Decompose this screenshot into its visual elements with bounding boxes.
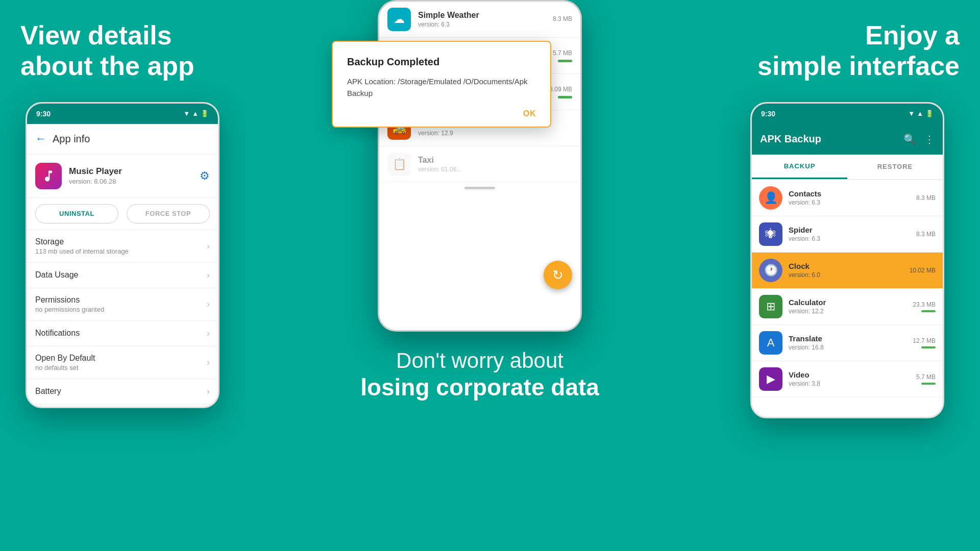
translate-size: 12.7 MB [913, 337, 936, 344]
weather-version: version: 6.3 [418, 21, 546, 28]
right-toolbar: APK Backup 🔍 ⋮ [752, 124, 943, 155]
refresh-fab[interactable]: ↻ [544, 261, 572, 289]
weather-info: Simple Weather version: 6.3 [418, 11, 546, 28]
right-app-item-spider[interactable]: 🕷 Spider version: 6.3 8.3 MB [752, 216, 943, 253]
video-size-col: 5.7 MB [916, 373, 936, 385]
left-heading-line2: about the app [20, 51, 194, 81]
dialog-ok-area: OK [347, 109, 536, 118]
right-status-time: 9:30 [761, 110, 775, 118]
extra-info: Taxi version: 01.06... [418, 156, 572, 173]
translate-version: version: 16.8 [789, 344, 906, 351]
contacts-version: version: 6.3 [789, 199, 910, 206]
video-version: version: 3.8 [789, 380, 910, 387]
right-phone-mockup: 9:30 ▼ ▲ 🔋 APK Backup 🔍 ⋮ BACKUP RESTORE… [750, 102, 944, 418]
center-bottom-text: Don't worry about losing corporate data [350, 348, 609, 402]
right-app-item-contacts[interactable]: 👤 Contacts version: 6.3 8.3 MB [752, 180, 943, 216]
left-heading-line1: View details [20, 20, 172, 50]
force-stop-button[interactable]: FORCE STOP [127, 204, 210, 223]
left-phone-mockup: 9:30 ▼ ▲ 🔋 ← App info Music Player versi… [26, 102, 219, 408]
left-status-bar: 9:30 ▼ ▲ 🔋 [27, 104, 218, 124]
right-toolbar-icons: 🔍 ⋮ [903, 133, 935, 145]
spider-size: 8.3 MB [916, 231, 936, 238]
spider-name: Spider [789, 226, 910, 234]
scroll-indicator [464, 187, 495, 189]
weather-size: 8.3 MB [553, 15, 572, 22]
settings-permissions-subtitle: no permissions granted [35, 306, 207, 313]
right-app-item-video[interactable]: ▶ Video version: 3.8 5.7 MB [752, 361, 943, 397]
contacts-size: 8.3 MB [916, 194, 936, 202]
translate-icon: A [759, 331, 782, 355]
right-section: Enjoy a simple interface 9:30 ▼ ▲ 🔋 APK … [715, 0, 980, 551]
tab-backup[interactable]: BACKUP [752, 155, 847, 179]
simple-weather-icon: ☁ [387, 8, 411, 31]
settings-item-openbydefault[interactable]: Open By Default no defaults set › [27, 346, 218, 379]
contacts-info: Contacts version: 6.3 [789, 189, 910, 206]
clock-icon: 🕐 [759, 259, 782, 282]
settings-item-storage[interactable]: Storage 113 mb used of internal storage … [27, 230, 218, 263]
search-icon[interactable]: 🔍 [903, 133, 916, 145]
chevron-right-icon: › [207, 241, 210, 252]
right-heading-line1: Enjoy a [865, 20, 960, 50]
right-wifi-icon: ▼ [908, 110, 915, 117]
back-icon[interactable]: ← [35, 132, 46, 145]
app-info-text: Music Player version: 8.06.28 [69, 166, 192, 185]
calculator-size-col: 23.3 MB [913, 301, 936, 312]
spider-icon: 🕷 [759, 222, 782, 246]
translate-size-col: 12.7 MB [913, 337, 936, 348]
calculator-size: 23.3 MB [913, 301, 936, 308]
app-name: Music Player [69, 166, 192, 177]
toolbar-title: App info [53, 133, 90, 145]
left-status-time: 9:30 [36, 110, 51, 118]
center-app-item-weather[interactable]: ☁ Simple Weather version: 6.3 8.3 MB [379, 2, 580, 38]
tabs-bar: BACKUP RESTORE [752, 155, 943, 180]
uninstall-button[interactable]: UNINSTAL [35, 204, 118, 223]
chevron-right-icon-2: › [207, 270, 210, 281]
right-status-icons: ▼ ▲ 🔋 [908, 110, 934, 117]
tab-restore[interactable]: RESTORE [847, 155, 943, 179]
spider-info: Spider version: 6.3 [789, 226, 910, 242]
mail-right: 8.09 MB [549, 86, 572, 98]
settings-item-datausage[interactable]: Data Usage › [27, 263, 218, 288]
calculator-info: Calculator version: 12.2 [789, 298, 906, 315]
bottom-line2: losing corporate data [360, 373, 599, 402]
calculator-name: Calculator [789, 298, 906, 307]
weather-name: Simple Weather [418, 11, 546, 20]
extra-name: Taxi [418, 156, 572, 165]
video-name: Video [789, 370, 910, 379]
right-heading: Enjoy a simple interface [715, 20, 980, 82]
settings-item-battery[interactable]: Battery › [27, 379, 218, 405]
center-app-item-extra[interactable]: 📋 Taxi version: 01.06... [379, 146, 580, 183]
settings-item-notifications[interactable]: Notifications › [27, 321, 218, 346]
contacts-icon: 👤 [759, 186, 782, 210]
chevron-right-icon-3: › [207, 299, 210, 310]
clock-size: 10.02 MB [910, 267, 936, 274]
mail-size: 8.09 MB [549, 86, 572, 93]
calculator-size-bar [921, 310, 936, 312]
more-icon[interactable]: ⋮ [924, 133, 935, 145]
taxi-version: version: 12.9 [418, 130, 565, 137]
video-size: 5.7 MB [916, 373, 936, 381]
gear-icon[interactable]: ⚙ [200, 169, 210, 183]
left-section: View details about the app 9:30 ▼ ▲ 🔋 ← … [0, 0, 245, 551]
video-info: Video version: 3.8 [789, 370, 910, 387]
settings-item-permissions[interactable]: Permissions no permissions granted › [27, 288, 218, 321]
translate-info: Translate version: 16.8 [789, 334, 906, 351]
right-app-item-calculator[interactable]: ⊞ Calculator version: 12.2 23.3 MB [752, 289, 943, 325]
dialog-ok-button[interactable]: OK [523, 109, 536, 118]
calculator-icon: ⊞ [759, 295, 782, 318]
chevron-right-icon-6: › [207, 386, 210, 397]
left-heading: View details about the app [0, 20, 245, 82]
mail-size-bar [558, 96, 572, 98]
settings-storage-title: Storage [35, 237, 207, 246]
spider-size-col: 8.3 MB [916, 231, 936, 238]
chevron-right-icon-5: › [207, 357, 210, 368]
right-app-item-clock[interactable]: 🕐 Clock version: 6.0 10.02 MB [752, 253, 943, 289]
app-version: version: 8.06.28 [69, 178, 192, 185]
settings-openbydefault-subtitle: no defaults set [35, 364, 207, 371]
weather-right: 8.3 MB [553, 15, 572, 23]
right-signal-icon: ▲ [917, 110, 923, 117]
todo-size-bar [558, 60, 572, 62]
action-buttons: UNINSTAL FORCE STOP [27, 198, 218, 230]
right-app-item-translate[interactable]: A Translate version: 16.8 12.7 MB [752, 325, 943, 361]
settings-datausage-title: Data Usage [35, 270, 207, 280]
